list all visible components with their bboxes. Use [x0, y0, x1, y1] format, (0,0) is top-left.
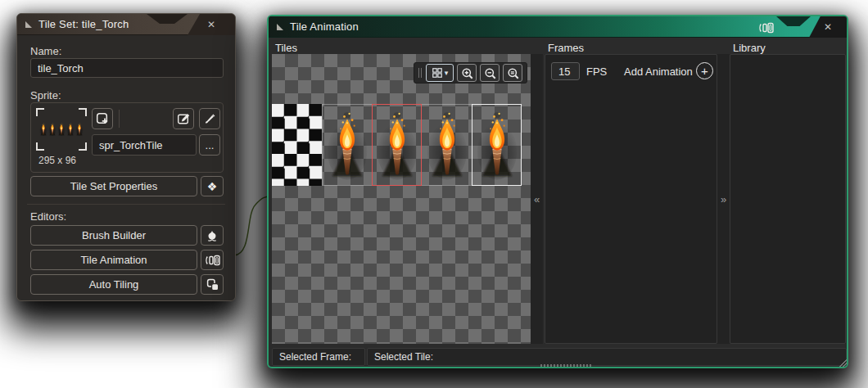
torch-tile-2-selected-frame[interactable] [372, 104, 422, 186]
torch-sprite [426, 107, 468, 184]
fps-input[interactable] [551, 62, 580, 80]
add-sprite-button[interactable] [92, 108, 113, 129]
close-icon[interactable]: ✕ [824, 21, 832, 33]
frames-library-splitter[interactable]: » [717, 54, 730, 344]
zoom-out-icon [484, 67, 496, 79]
collapse-right-icon[interactable]: » [721, 193, 726, 205]
zoom-fit-icon [507, 67, 519, 79]
selected-tile-field: Selected Tile: [367, 348, 847, 366]
frames-panel: FPS Add Animation + [545, 54, 717, 344]
resize-grip-horizontal[interactable] [540, 364, 593, 367]
toolbar-divider [119, 110, 120, 128]
tileset-name-input[interactable] [30, 58, 224, 78]
bracket-corner [36, 142, 44, 151]
sprite-picker-button[interactable]: ... [199, 134, 220, 156]
torch-sprite-thumb [75, 122, 84, 137]
library-panel-title: Library [733, 42, 766, 54]
animation-titlebar[interactable]: Tile Animation ✕ [269, 16, 847, 38]
zoom-out-button[interactable] [480, 64, 500, 82]
tileset-close-tab[interactable]: ✕ [188, 14, 235, 35]
toolbar-grip[interactable] [418, 68, 422, 78]
grid-view-button[interactable]: ▾ [426, 64, 454, 82]
add-animation-label: Add Animation [624, 65, 693, 78]
tile-animation-window: Tile Animation ✕ Tiles ▾ [267, 15, 848, 368]
torch-sprite [326, 107, 368, 184]
sprite-name-input[interactable] [92, 134, 197, 156]
canvas-toolbar: ▾ [414, 62, 527, 83]
tile-animation-icon-button[interactable] [201, 250, 224, 270]
tile-set-properties-button[interactable]: Tile Set Properties [30, 176, 197, 196]
tile-set-properties-icon-button[interactable]: ❖ [201, 176, 224, 196]
name-label: Name: [30, 45, 61, 57]
bracket-corner [79, 142, 87, 151]
animation-cards-icon [757, 20, 775, 34]
editors-label: Editors: [30, 210, 66, 223]
autotile-icon [206, 277, 219, 291]
edit-image-icon [177, 112, 191, 125]
brush-builder-icon-button[interactable] [201, 225, 224, 246]
zoom-fit-button[interactable] [503, 64, 522, 82]
add-sprite-icon [96, 112, 109, 125]
close-icon[interactable]: ✕ [207, 19, 215, 30]
torch-sprite [476, 107, 518, 184]
torch-tile-3[interactable] [422, 104, 472, 186]
tileset-editor-window: Tile Set: tile_Torch ✕ Name: Sprite: 295… [16, 13, 236, 301]
torch-sprite-thumb [48, 122, 57, 137]
torch-tile-1[interactable] [322, 104, 372, 186]
sprite-size-label: 295 x 96 [38, 155, 76, 166]
sprite-group: 295 x 96 ... [30, 102, 224, 173]
auto-tiling-icon-button[interactable] [201, 274, 224, 295]
brush-edit-button[interactable] [199, 108, 220, 129]
tile-strip [272, 104, 522, 186]
selected-frame-field: Selected Frame: [272, 348, 365, 366]
chevron-down-icon[interactable]: ▾ [445, 70, 449, 77]
zoom-in-icon [461, 67, 473, 79]
tileset-titlebar[interactable]: Tile Set: tile_Torch ✕ [17, 14, 235, 35]
frames-panel-title: Frames [548, 42, 584, 54]
titlebar-notch [776, 16, 811, 26]
bracket-corner [36, 108, 44, 116]
grid-icon [432, 67, 443, 79]
empty-tile[interactable] [272, 104, 322, 186]
animation-close-tab[interactable]: ✕ [809, 16, 847, 38]
tiles-canvas[interactable]: ▾ [272, 54, 531, 344]
torch-sprite [376, 107, 418, 184]
plus-circle-icon: + [701, 65, 708, 77]
tulip-icon [206, 229, 219, 242]
torch-sprite-thumb [57, 122, 66, 137]
bracket-corner [79, 108, 87, 116]
collapse-triangle-icon[interactable] [277, 24, 283, 30]
edit-sprite-button[interactable] [173, 108, 194, 129]
collapse-left-icon[interactable]: « [534, 193, 540, 205]
torch-tile-4-selected[interactable] [472, 104, 522, 186]
diamonds-icon: ❖ [207, 181, 218, 192]
section-divider [27, 204, 225, 205]
add-animation-button[interactable]: + [696, 62, 713, 79]
torch-sprite-thumb [39, 122, 47, 137]
collapse-triangle-icon[interactable] [25, 21, 32, 28]
auto-tiling-button[interactable]: Auto Tiling [30, 274, 197, 295]
animation-cards-icon [204, 253, 221, 267]
animation-window-title: Tile Animation [290, 20, 359, 33]
brush-icon [203, 112, 216, 125]
sprite-label: Sprite: [30, 89, 61, 102]
titlebar-notch [147, 14, 188, 24]
tile-animation-button[interactable]: Tile Animation [30, 250, 197, 270]
sprite-preview[interactable] [36, 108, 87, 151]
tileset-window-title: Tile Set: tile_Torch [38, 18, 129, 30]
tiles-frames-splitter[interactable]: « [531, 54, 543, 344]
brush-builder-button[interactable]: Brush Builder [30, 225, 197, 246]
zoom-in-button[interactable] [457, 64, 477, 82]
fps-label: FPS [586, 65, 607, 78]
torch-sprite-thumb [66, 122, 75, 137]
tiles-panel-title: Tiles [275, 42, 297, 54]
library-panel[interactable] [730, 54, 846, 344]
